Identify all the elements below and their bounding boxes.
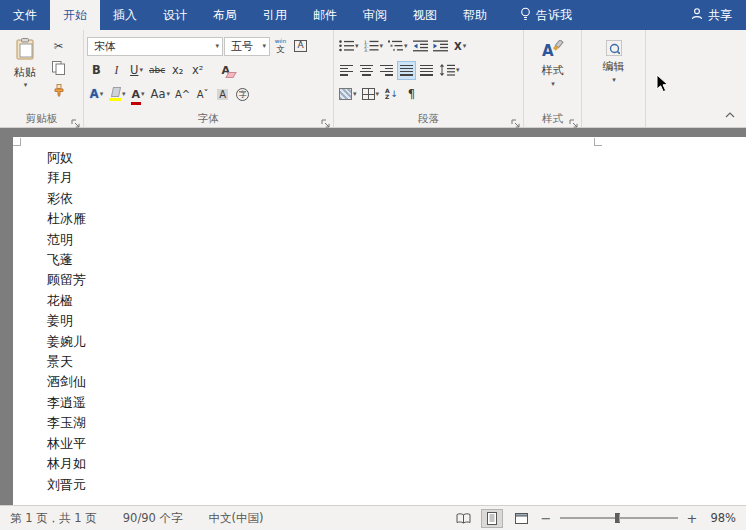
zoom-in-button[interactable]: + — [685, 511, 699, 526]
editing-button-label: 编辑 — [603, 59, 625, 74]
numbering-button[interactable]: 1.2.3.▾ — [362, 37, 386, 56]
tab-file[interactable]: 文件 — [0, 0, 50, 30]
tab-help[interactable]: 帮助 — [450, 0, 500, 30]
paragraph-group-label: 段落 — [418, 112, 439, 126]
text-effects-button[interactable]: A▾ — [87, 85, 106, 104]
font-name-combo[interactable]: 宋体 ▾ — [87, 37, 223, 56]
increase-indent-button[interactable] — [431, 37, 450, 56]
tab-mailings[interactable]: 邮件 — [300, 0, 350, 30]
tab-layout[interactable]: 布局 — [200, 0, 250, 30]
subscript-button[interactable]: x₂ — [168, 61, 187, 80]
font-name-caret: ▾ — [215, 43, 219, 50]
font-dialog-launcher[interactable] — [321, 114, 331, 124]
italic-button[interactable]: I — [107, 61, 126, 80]
document-line[interactable]: 酒剑仙 — [47, 372, 86, 392]
clipboard-dialog-launcher[interactable] — [71, 114, 81, 124]
format-painter-button[interactable] — [49, 81, 68, 99]
read-mode-button[interactable] — [452, 509, 474, 528]
distribute-icon — [420, 65, 433, 76]
lightbulb-icon — [520, 7, 531, 24]
align-right-button[interactable] — [377, 61, 396, 80]
document-page[interactable]: 阿奴 拜月 彩依 杜冰雁 范明 飞蓬 顾留芳 花楹 姜明 姜婉儿 景天 酒剑仙 … — [13, 137, 746, 505]
show-hide-marks-button[interactable]: ¶ — [402, 85, 421, 104]
character-border-icon: A — [294, 40, 306, 52]
document-line[interactable]: 姜明 — [47, 311, 86, 331]
search-icon — [606, 40, 622, 56]
character-shading-button[interactable]: A — [213, 85, 232, 104]
styles-dialog-launcher[interactable] — [569, 114, 579, 124]
borders-icon — [362, 88, 375, 100]
zoom-level[interactable]: 98% — [706, 511, 736, 525]
document-line[interactable]: 花楹 — [47, 291, 86, 311]
borders-button[interactable]: ▾ — [360, 85, 382, 104]
margin-mark-top-right — [594, 138, 602, 146]
page-indicator[interactable]: 第 1 页，共 1 页 — [6, 511, 101, 526]
shrink-font-button[interactable]: Aˇ — [193, 85, 212, 104]
document-line[interactable]: 杜冰雁 — [47, 209, 86, 229]
phonetic-guide-button[interactable]: wén文 — [271, 37, 290, 56]
document-line[interactable]: 拜月 — [47, 168, 86, 188]
styles-button[interactable]: A 样式 ▾ — [527, 34, 578, 110]
justify-button[interactable] — [397, 61, 416, 80]
ribbon-tab-bar: 文件 开始 插入 设计 布局 引用 邮件 审阅 视图 帮助 告诉我 共享 — [0, 0, 746, 30]
document-line[interactable]: 阿奴 — [47, 148, 86, 168]
change-case-button[interactable]: Aa▾ — [149, 85, 172, 104]
document-line[interactable]: 林月如 — [47, 454, 86, 474]
align-left-button[interactable] — [337, 61, 356, 80]
document-line[interactable]: 顾留芳 — [47, 270, 86, 290]
enclose-characters-button[interactable]: 字 — [233, 85, 252, 104]
document-line[interactable]: 飞蓬 — [47, 250, 86, 270]
print-layout-button[interactable] — [481, 509, 503, 528]
cut-button[interactable]: ✂ — [49, 37, 68, 55]
paragraph-dialog-launcher[interactable] — [511, 114, 521, 124]
bold-button[interactable]: B — [87, 61, 106, 80]
zoom-slider[interactable] — [560, 517, 678, 519]
collapse-ribbon-button[interactable] — [724, 103, 736, 122]
bullets-button[interactable]: ▾ — [337, 37, 361, 56]
document-line[interactable]: 彩依 — [47, 189, 86, 209]
document-line[interactable]: 景天 — [47, 352, 86, 372]
clear-formatting-button[interactable]: A — [216, 61, 235, 80]
document-line[interactable]: 李玉湖 — [47, 413, 86, 433]
document-line[interactable]: 范明 — [47, 230, 86, 250]
font-size-combo[interactable]: 五号 ▾ — [224, 37, 270, 56]
strikethrough-button[interactable]: abc — [147, 61, 167, 80]
share-button[interactable]: 共享 — [677, 0, 746, 30]
word-count[interactable]: 90/90 个字 — [119, 511, 187, 526]
tab-insert[interactable]: 插入 — [100, 0, 150, 30]
multilevel-list-icon — [388, 40, 403, 52]
language-indicator[interactable]: 中文(中国) — [205, 511, 268, 526]
distribute-button[interactable] — [417, 61, 436, 80]
line-spacing-button[interactable]: ▾ — [437, 61, 462, 80]
font-color-button[interactable]: A▾ — [129, 85, 148, 104]
document-line[interactable]: 李逍遥 — [47, 393, 86, 413]
text-highlight-button[interactable]: ▾ — [107, 85, 128, 104]
underline-button[interactable]: U▾ — [127, 61, 146, 80]
decrease-indent-button[interactable] — [411, 37, 430, 56]
web-layout-button[interactable] — [510, 509, 532, 528]
asian-layout-button[interactable]: X▾ — [451, 37, 470, 56]
shading-button[interactable]: ▾ — [337, 85, 359, 104]
zoom-slider-thumb[interactable] — [615, 513, 620, 523]
document-line[interactable]: 姜婉儿 — [47, 332, 86, 352]
tab-design[interactable]: 设计 — [150, 0, 200, 30]
status-bar: 第 1 页，共 1 页 90/90 个字 中文(中国) − + 98% — [0, 505, 746, 530]
copy-button[interactable] — [49, 59, 68, 77]
document-line[interactable]: 刘晋元 — [47, 475, 86, 495]
tab-home[interactable]: 开始 — [50, 0, 100, 30]
paste-button[interactable]: 粘贴 ▾ — [3, 34, 47, 110]
tab-view[interactable]: 视图 — [400, 0, 450, 30]
tell-me-button[interactable]: 告诉我 — [508, 0, 584, 30]
font-group-label: 字体 — [198, 112, 219, 126]
editing-button[interactable]: 编辑 ▾ — [585, 34, 642, 110]
grow-font-button[interactable]: A^ — [173, 85, 192, 104]
document-line[interactable]: 林业平 — [47, 434, 86, 454]
sort-button[interactable]: AZ↓ — [382, 85, 401, 104]
zoom-out-button[interactable]: − — [539, 511, 553, 526]
tab-review[interactable]: 审阅 — [350, 0, 400, 30]
tab-references[interactable]: 引用 — [250, 0, 300, 30]
multilevel-list-button[interactable]: ▾ — [386, 37, 410, 56]
superscript-button[interactable]: x² — [188, 61, 207, 80]
character-border-button[interactable]: A — [291, 37, 310, 56]
align-center-button[interactable] — [357, 61, 376, 80]
